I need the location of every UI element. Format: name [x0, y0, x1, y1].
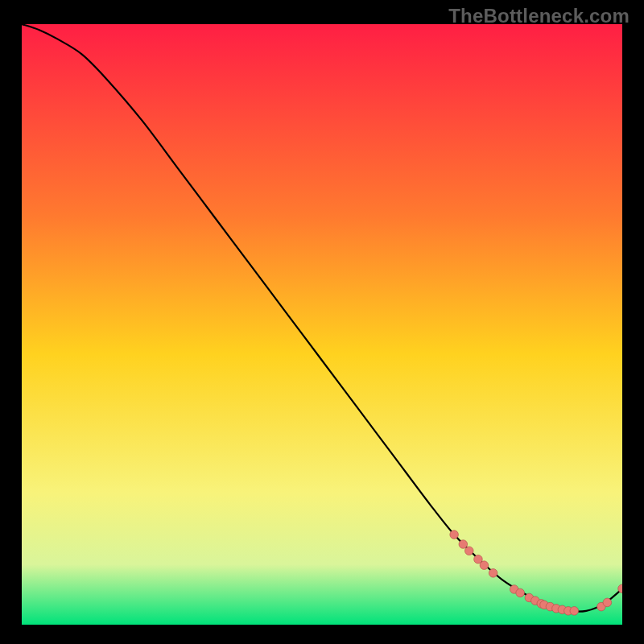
curve-marker — [489, 569, 497, 578]
plot-svg — [22, 24, 622, 625]
gradient-background — [22, 24, 622, 625]
curve-marker — [450, 530, 459, 539]
chart-stage: TheBottleneck.com — [0, 0, 644, 644]
curve-marker — [464, 547, 473, 555]
plot-area — [22, 24, 622, 625]
curve-marker — [516, 588, 525, 597]
curve-marker — [570, 607, 579, 616]
curve-marker — [480, 561, 489, 570]
curve-marker — [459, 540, 468, 549]
curve-marker — [603, 598, 612, 607]
